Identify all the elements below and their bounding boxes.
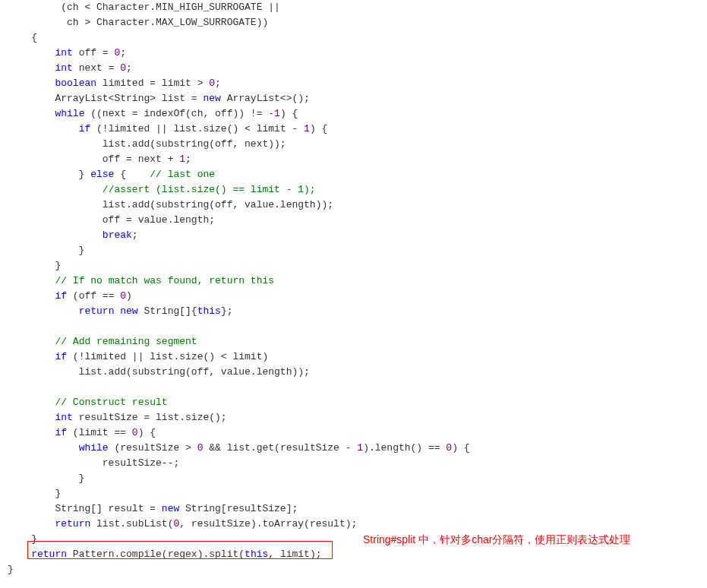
code-text: next = [73,62,120,74]
keyword-return: return [31,548,67,560]
code-text: ; [185,153,191,165]
code-text: String[] result = [8,503,162,514]
number-literal: 0 [120,290,126,302]
code-text: (resultSize > [109,442,197,454]
code-text: String[resultSize]; [179,503,298,514]
code-container: (ch < Character.MIN_HIGH_SURROGATE || ch… [0,0,707,585]
code-line: } [8,260,61,271]
indent [8,427,55,438]
indent [8,62,55,74]
number-literal: 1 [179,153,185,165]
code-line: (ch < Character.MIN_HIGH_SURROGATE || [8,2,280,13]
indent [8,518,55,530]
code-text: ) { [280,108,298,119]
code-text: list.subList( [90,518,173,530]
code-line: list.add(substring(off, next)); [8,138,286,150]
code-text: ArrayList<>(); [221,93,310,104]
number-literal: 0 [446,442,452,454]
number-literal: 0 [132,427,138,438]
code-line: } [8,473,84,484]
indent [8,123,79,134]
indent [8,336,55,347]
keyword-boolean: boolean [55,77,96,89]
keyword-while: while [79,442,109,454]
code-text: , limit); [268,548,321,560]
number-literal: 0 [120,62,126,74]
code-text: ArrayList<String> list = [8,93,203,104]
code-text: off = [73,47,115,58]
keyword-new: new [120,305,137,317]
annotation-text: String#split 中，针对多char分隔符，使用正则表达式处理 [363,532,630,547]
code-line: ch > Character.MAX_LOW_SURROGATE)) [8,17,268,28]
number-literal: 1 [357,442,363,454]
code-text: limited = limit > [96,77,209,89]
code-line: } [8,488,61,499]
keyword-int: int [55,62,72,74]
keyword-if: if [55,290,67,302]
code-text: ).length() == [363,442,446,454]
code-line: resultSize--; [8,457,179,469]
indent [8,108,55,119]
indent [8,397,55,408]
comment: // Add remaining segment [55,336,197,347]
code-line: list.add(substring(off, value.length)); [8,366,310,378]
code-text: off = next + [8,153,179,165]
code-text: (!limited || list.size() < limit - [90,123,304,134]
keyword-return: return [79,305,115,317]
code-text: }; [221,305,233,317]
code-text: && list.get(resultSize - [203,442,357,454]
indent [8,77,55,89]
keyword-if: if [79,123,91,134]
comment: // Construct result [55,397,167,408]
number-literal: 1 [274,108,280,119]
indent [8,351,55,362]
code-line: } [8,245,84,256]
code-text: ((next = indexOf(ch, off)) != - [84,108,274,119]
comment: // last one [150,169,215,180]
code-text: ; [120,47,126,58]
keyword-new: new [203,93,220,104]
keyword-this: this [197,305,221,317]
indent [8,184,103,195]
keyword-else: else [90,169,114,180]
code-line: } [8,564,14,575]
indent [8,290,55,302]
keyword-this: this [245,548,268,560]
code-line: } [8,533,37,545]
comment: // If no match was found, return this [55,275,274,286]
keyword-int: int [55,412,72,423]
code-text: (limit == [67,427,132,438]
indent [8,548,31,560]
code-text: ) [126,290,132,302]
code-block: (ch < Character.MIN_HIGH_SURROGATE || ch… [8,0,699,577]
code-text: ) { [138,427,156,438]
code-text: ; [215,77,221,89]
code-text: String[]{ [138,305,197,317]
keyword-break: break [103,229,132,241]
code-text: ; [126,62,132,74]
code-text: resultSize = list.size(); [73,412,227,423]
code-text: , resultSize).toArray(result); [179,518,357,530]
code-line: { [8,32,37,43]
code-text: ; [132,229,138,241]
keyword-new: new [162,503,179,514]
code-text: Pattern.compile(regex).split( [67,548,245,560]
indent [8,442,79,454]
comment: //assert (list.size() == limit - 1); [103,184,316,195]
number-literal: 1 [304,123,310,134]
code-line: list.add(substring(off, value.length)); [8,199,333,210]
code-text: } [8,169,90,180]
indent [8,275,55,286]
keyword-int: int [55,47,72,58]
code-text: { [114,169,150,180]
keyword-return: return [55,518,90,530]
code-text: (!limited || list.size() < limit) [67,351,268,362]
indent [8,47,55,58]
code-text: ) { [452,442,469,454]
keyword-while: while [55,108,84,119]
keyword-if: if [55,351,67,362]
keyword-if: if [55,427,67,438]
indent [8,412,55,423]
indent [8,229,103,241]
code-text: ) { [310,123,327,134]
